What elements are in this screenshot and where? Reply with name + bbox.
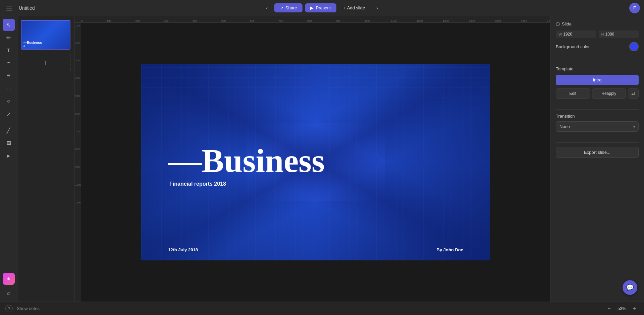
template-active-button[interactable]: Intro — [556, 75, 639, 85]
main-content: ↖ ✏ T ≡ ☰ □ ○ ↗ ╱ 🖼 ▶ ❋ ⌕ —Business 1 + — [0, 16, 644, 302]
tool-image[interactable]: 🖼 — [3, 137, 15, 149]
nav-prev-button[interactable]: ‹ — [262, 3, 272, 13]
dimension-row: W 1920 H 1080 — [556, 30, 639, 38]
width-value: 1920 — [563, 32, 572, 37]
right-panel: Slide W 1920 H 1080 Background color Tem… — [550, 16, 644, 302]
chat-bubble-button[interactable]: 💬 — [623, 280, 637, 295]
tool-search[interactable]: ⌕ — [3, 287, 15, 299]
toolbar-separator — [4, 122, 13, 122]
panel-transition-section: Transition None Fade Slide Zoom ▾ — [556, 114, 639, 132]
tool-list-lines[interactable]: ≡ — [3, 57, 15, 69]
tool-pen[interactable]: ✏ — [3, 32, 15, 44]
tool-video[interactable]: ▶ — [3, 150, 15, 162]
toolbar-separator-2 — [4, 164, 13, 164]
slide-subtitle: Financial reports 2018 — [169, 181, 463, 187]
slide-frame: — Business Financial reports 2018 12th J… — [141, 64, 490, 260]
canvas-area: 0 100 200 300 400 500 600 700 800 900 10… — [74, 16, 550, 302]
nav-next-button[interactable]: › — [372, 3, 382, 13]
divider-2 — [556, 109, 639, 110]
share-button[interactable]: ↗ Share — [274, 3, 303, 12]
zoom-value: 53% — [616, 306, 628, 311]
divider-1 — [556, 62, 639, 62]
height-value: 1080 — [605, 32, 614, 37]
height-field[interactable]: H 1080 — [599, 30, 639, 38]
ruler-h-marks: 0 100 200 300 400 500 600 700 800 900 10… — [74, 16, 550, 22]
zoom-out-button[interactable]: − — [605, 305, 613, 313]
share-icon: ↗ — [280, 5, 283, 10]
divider-3 — [556, 142, 639, 143]
show-notes-button[interactable]: Show notes — [17, 306, 40, 311]
add-slide-button[interactable]: + Add slide — [339, 3, 370, 12]
bg-color-swatch[interactable] — [629, 42, 639, 51]
menu-button[interactable] — [4, 3, 15, 13]
bg-color-row: Background color — [556, 42, 639, 51]
slide-author: By John Doe — [437, 247, 463, 252]
left-toolbar: ↖ ✏ T ≡ ☰ □ ○ ↗ ╱ 🖼 ▶ ❋ ⌕ — [0, 16, 17, 302]
height-label: H — [601, 32, 604, 36]
panel-export-section: Export slide... — [556, 147, 639, 158]
slide-thumb-1[interactable]: —Business 1 — [21, 20, 70, 50]
slides-panel: —Business 1 + — [17, 16, 74, 302]
tool-line[interactable]: ╱ — [3, 124, 15, 136]
ruler-vertical: 100 200 300 400 500 600 700 800 900 1000… — [74, 23, 81, 302]
template-swap-button[interactable]: ⇄ — [628, 88, 639, 99]
ruler-horizontal: 0 100 200 300 400 500 600 700 800 900 10… — [74, 16, 550, 23]
tool-bullet-list[interactable]: ☰ — [3, 70, 15, 82]
transition-label: Transition — [556, 114, 639, 119]
bottom-bar: ? Show notes − 53% + — [0, 302, 644, 315]
slide-dash: — — [168, 144, 202, 178]
template-reapply-button[interactable]: Reapply — [592, 88, 626, 99]
slide-date: 12th July 2018 — [168, 247, 198, 252]
panel-template-section: Template Intro Edit Reapply ⇄ — [556, 66, 639, 99]
slide-canvas[interactable]: — Business Financial reports 2018 12th J… — [81, 23, 550, 302]
template-label: Template — [556, 66, 639, 71]
topbar: Untitled ‹ ↗ Share ▶ Present + Add slide… — [0, 0, 644, 16]
add-slide-panel-button[interactable]: + — [21, 53, 70, 73]
help-button[interactable]: ? — [5, 305, 13, 312]
template-actions: Edit Reapply ⇄ — [556, 88, 639, 99]
present-icon: ▶ — [310, 5, 314, 10]
zoom-in-button[interactable]: + — [631, 305, 639, 313]
width-field[interactable]: W 1920 — [556, 30, 596, 38]
tool-arrow[interactable]: ↗ — [3, 108, 15, 120]
tool-circle[interactable]: ○ — [3, 95, 15, 107]
bg-color-label: Background color — [556, 44, 590, 49]
slide-main-title: Business — [202, 144, 325, 178]
tool-apps[interactable]: ❋ — [3, 273, 15, 285]
export-slide-button[interactable]: Export slide... — [556, 147, 639, 158]
zoom-controls: − 53% + — [605, 305, 639, 313]
slide-indicator-icon — [556, 22, 560, 26]
tool-text[interactable]: T — [3, 44, 15, 56]
swap-icon: ⇄ — [631, 91, 635, 96]
template-edit-button[interactable]: Edit — [556, 88, 590, 99]
thumb-dash: —Business — [23, 41, 68, 45]
topbar-right: F — [629, 3, 640, 13]
present-button[interactable]: ▶ Present — [305, 3, 336, 12]
transition-select[interactable]: None Fade Slide Zoom — [556, 121, 639, 132]
tool-select[interactable]: ↖ — [3, 19, 15, 31]
chat-icon: 💬 — [626, 284, 634, 291]
tool-rectangle[interactable]: □ — [3, 82, 15, 94]
avatar[interactable]: F — [629, 3, 640, 13]
topbar-center-controls: ‹ ↗ Share ▶ Present + Add slide › — [262, 3, 382, 13]
slide-footer: 12th July 2018 By John Doe — [168, 247, 463, 252]
transition-select-wrapper: None Fade Slide Zoom ▾ — [556, 121, 639, 132]
panel-slide-title: Slide — [556, 21, 639, 26]
width-label: W — [558, 32, 562, 36]
panel-slide-section: Slide W 1920 H 1080 Background color — [556, 21, 639, 51]
slide-content: — Business Financial reports 2018 — [141, 64, 490, 260]
thumb-title: 1 — [23, 45, 68, 47]
canvas-with-ruler: 100 200 300 400 500 600 700 800 900 1000… — [74, 23, 550, 302]
